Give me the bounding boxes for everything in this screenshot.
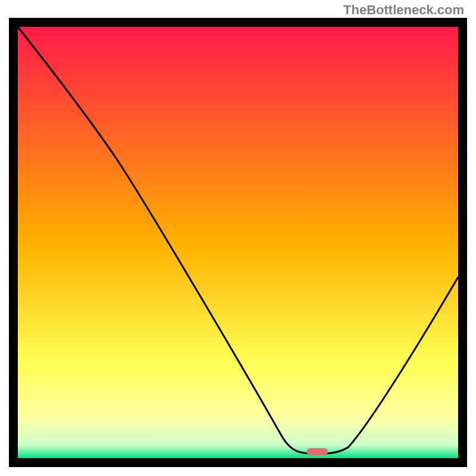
svg-rect-2 <box>9 458 467 467</box>
svg-rect-0 <box>18 27 458 458</box>
svg-rect-3 <box>9 18 18 467</box>
optimal-marker <box>306 448 328 455</box>
svg-rect-4 <box>458 18 467 467</box>
chart-container: TheBottleneck.com <box>0 0 476 476</box>
chart-frame <box>9 18 467 467</box>
watermark-text: TheBottleneck.com <box>343 2 464 18</box>
chart-svg <box>9 18 467 467</box>
svg-rect-1 <box>9 18 467 27</box>
